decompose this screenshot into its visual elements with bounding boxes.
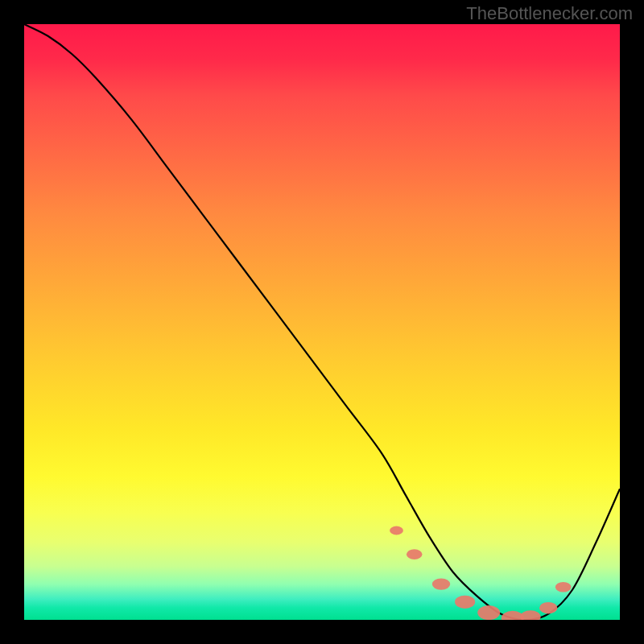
curve-markers <box>390 526 571 620</box>
marker-dot <box>520 610 540 620</box>
marker-dot <box>555 582 572 592</box>
plot-area <box>24 24 620 620</box>
attribution-text: TheBottlenecker.com <box>466 3 633 24</box>
bottleneck-curve <box>24 24 620 620</box>
marker-dot <box>502 611 524 620</box>
marker-dot <box>407 549 423 559</box>
marker-dot <box>432 578 450 589</box>
marker-dot <box>455 596 475 609</box>
marker-dot <box>477 605 500 620</box>
marker-dot <box>390 526 403 535</box>
chart-svg <box>24 24 620 620</box>
marker-dot <box>539 602 557 613</box>
